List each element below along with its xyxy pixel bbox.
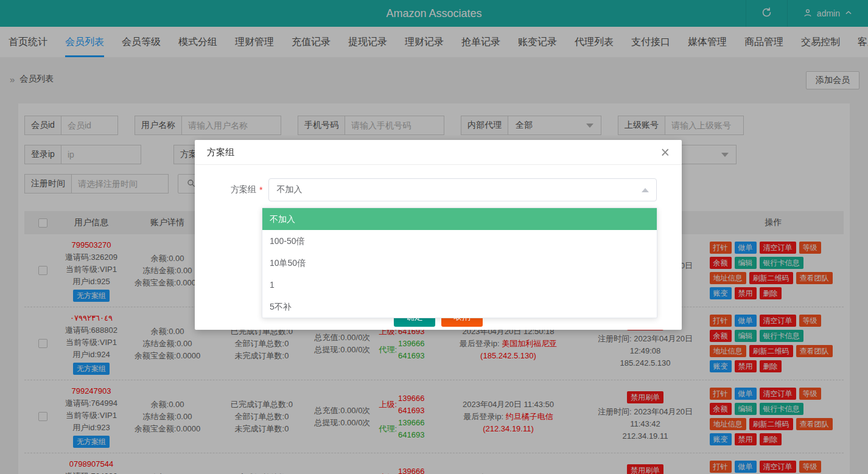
- plan-group-select[interactable]: 不加入: [268, 178, 657, 201]
- plan-group-field: 方案组 * 不加入: [195, 165, 682, 201]
- dropdown-option-1[interactable]: 不加入: [262, 208, 657, 230]
- close-icon[interactable]: ×: [660, 145, 670, 160]
- modal-title: 方案组: [207, 147, 234, 158]
- plan-group-selected-value: 不加入: [276, 184, 302, 195]
- required-asterisk: *: [259, 185, 262, 195]
- chevron-up-icon: [642, 188, 649, 192]
- dropdown-option-4[interactable]: 1: [262, 274, 657, 296]
- dropdown-option-5[interactable]: 5不补: [262, 296, 657, 318]
- dropdown-option-3[interactable]: 10单50倍: [262, 252, 657, 274]
- dropdown-option-2[interactable]: 100-50倍: [262, 230, 657, 252]
- modal-header: 方案组 ×: [195, 140, 682, 165]
- plan-group-dropdown: 不加入100-50倍10单50倍15不补: [262, 207, 657, 318]
- plan-group-field-label: 方案组: [231, 184, 256, 195]
